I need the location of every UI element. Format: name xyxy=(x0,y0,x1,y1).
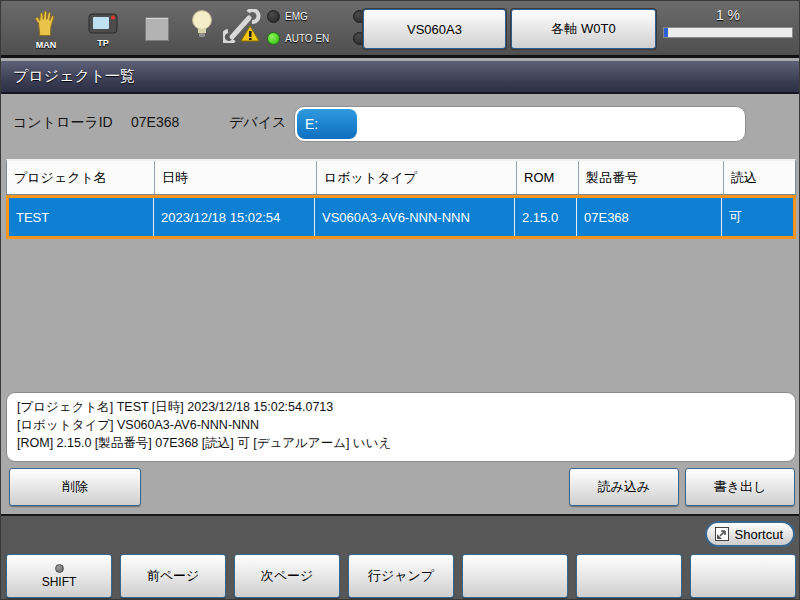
led-auto-en: AUTO EN xyxy=(267,32,353,45)
device-selected-value[interactable]: E: xyxy=(297,109,357,139)
col-loadable: 読込 xyxy=(724,161,795,194)
fkey-line-jump[interactable]: 行ジャンプ xyxy=(348,554,454,598)
teach-pendant-icon xyxy=(87,10,119,40)
device-label: デバイス xyxy=(229,114,286,132)
page-title: プロジェクト一覧 xyxy=(1,67,135,86)
cell-rom: 2.15.0 xyxy=(515,198,577,236)
led-emg: EMG xyxy=(267,10,353,23)
controller-id-label: コントローラID xyxy=(13,114,113,132)
shift-led-icon xyxy=(55,564,64,573)
robot-type-button[interactable]: VS060A3 xyxy=(363,9,506,49)
fkey-next-page[interactable]: 次ページ xyxy=(234,554,340,598)
manual-mode-label: MAN xyxy=(36,40,57,50)
cell-product-number: 07E368 xyxy=(577,198,722,236)
content-area: コントローラID 07E368 デバイス E: プロジェクト名 日時 ロボットタ… xyxy=(1,96,800,514)
teach-pendant-label: TP xyxy=(97,38,109,48)
function-key-row: SHIFT 前ページ 次ページ 行ジャンプ xyxy=(6,554,796,598)
auto-en-led-icon xyxy=(267,32,280,45)
controller-id-value: 07E368 xyxy=(131,114,179,130)
emg-led-icon xyxy=(267,10,280,23)
fkey-empty-3[interactable] xyxy=(690,554,796,598)
cell-robot-type: VS060A3-AV6-NNN-NNN xyxy=(315,198,515,236)
bottom-bar: Shortcut SHIFT 前ページ 次ページ 行ジャンプ xyxy=(1,514,800,600)
teach-pendant-indicator: TP xyxy=(87,10,119,48)
speed-indicator: 1 % xyxy=(663,7,793,38)
table-header-row: プロジェクト名 日時 ロボットタイプ ROM 製品番号 読込 xyxy=(6,159,796,195)
col-product-number: 製品番号 xyxy=(579,161,724,194)
col-rom: ROM xyxy=(517,161,579,194)
export-button[interactable]: 書き出し xyxy=(685,468,795,506)
speed-progress-bar xyxy=(663,27,793,38)
fkey-shift[interactable]: SHIFT xyxy=(6,554,112,598)
cell-datetime: 2023/12/18 15:02:54 xyxy=(154,198,315,236)
shortcut-icon xyxy=(715,527,729,541)
status-square-icon xyxy=(145,17,169,41)
axis-mode-button[interactable]: 各軸 W0T0 xyxy=(511,9,656,49)
maintenance-warning-icon xyxy=(223,9,261,43)
shortcut-label: Shortcut xyxy=(735,527,783,542)
delete-button[interactable]: 削除 xyxy=(9,468,141,506)
fkey-prev-page[interactable]: 前ページ xyxy=(120,554,226,598)
speed-progress-fill xyxy=(664,28,668,37)
device-row: コントローラID 07E368 デバイス E: xyxy=(1,104,800,144)
speed-value: 1 % xyxy=(663,7,793,23)
col-robot-type: ロボットタイプ xyxy=(317,161,517,194)
top-status-bar: MAN TP xyxy=(1,1,800,58)
teach-pendant-screen: MAN TP xyxy=(0,0,800,600)
manual-mode-indicator: MAN xyxy=(31,8,61,50)
detail-line-1: [プロジェクト名] TEST [日時] 2023/12/18 15:02:54.… xyxy=(17,398,785,416)
shortcut-button[interactable]: Shortcut xyxy=(705,521,795,547)
device-select[interactable]: E: xyxy=(294,106,746,142)
fkey-empty-1[interactable] xyxy=(462,554,568,598)
fkey-empty-2[interactable] xyxy=(576,554,682,598)
col-datetime: 日時 xyxy=(155,161,317,194)
lamp-icon xyxy=(191,9,213,41)
detail-line-3: [ROM] 2.15.0 [製品番号] 07E368 [読込] 可 [デュアルア… xyxy=(17,434,785,452)
cell-project-name: TEST xyxy=(9,198,154,236)
hand-icon xyxy=(31,8,61,42)
title-bar: プロジェクト一覧 xyxy=(1,61,800,94)
table-row-selected[interactable]: TEST 2023/12/18 15:02:54 VS060A3-AV6-NNN… xyxy=(6,195,796,239)
project-detail-box: [プロジェクト名] TEST [日時] 2023/12/18 15:02:54.… xyxy=(6,392,796,462)
col-project-name: プロジェクト名 xyxy=(7,161,155,194)
load-button[interactable]: 読み込み xyxy=(569,468,679,506)
cell-loadable: 可 xyxy=(722,198,793,236)
detail-line-2: [ロボットタイプ] VS060A3-AV6-NNN-NNN xyxy=(17,416,785,434)
project-table: プロジェクト名 日時 ロボットタイプ ROM 製品番号 読込 TEST 2023… xyxy=(6,159,796,239)
action-button-row: 削除 読み込み 書き出し xyxy=(1,468,800,508)
